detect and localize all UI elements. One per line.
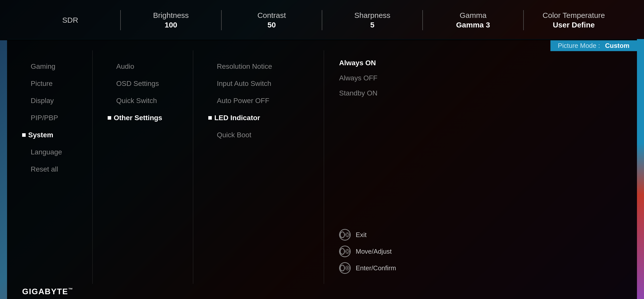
- input-auto-switch-label: Input Auto Switch: [217, 80, 271, 88]
- gamma-value: Gamma 3: [456, 21, 490, 29]
- resolution-notice-label: Resolution Notice: [217, 62, 272, 71]
- menu-item-system[interactable]: System: [22, 126, 92, 144]
- standby-on-label: Standby ON: [339, 89, 378, 97]
- option-standby-on[interactable]: Standby ON: [339, 86, 637, 101]
- col-led-indicator: Resolution Notice Input Auto Switch Auto…: [193, 50, 324, 284]
- svg-point-1: [346, 234, 348, 236]
- display-label: Display: [31, 97, 54, 105]
- menu-item-display[interactable]: Display: [22, 92, 92, 109]
- reset-all-label: Reset all: [31, 165, 58, 173]
- col-system-nav: Gaming Picture Display PIP/PBP System La…: [7, 50, 93, 284]
- move-adjust-label: Move/Adjust: [356, 248, 392, 255]
- menu-item-quick-switch[interactable]: Quick Switch: [108, 92, 193, 109]
- language-label: Language: [31, 148, 62, 156]
- nav-enter-confirm[interactable]: Enter/Confirm: [339, 262, 637, 274]
- brightness-label: Brightness: [153, 11, 189, 20]
- col-controls: Always ON Always OFF Standby ON: [324, 50, 637, 284]
- nav-controls: Exit Move/Adjust: [339, 229, 637, 279]
- brightness-item: Brightness 100: [121, 6, 221, 34]
- move-icon: [339, 246, 351, 257]
- brand-trademark: ™: [68, 287, 73, 292]
- always-off-label: Always OFF: [339, 74, 377, 82]
- led-indicator-label: LED Indicator: [214, 114, 260, 122]
- quick-switch-label: Quick Switch: [116, 97, 157, 105]
- sharpness-item: Sharpness 5: [322, 6, 422, 34]
- always-on-label: Always ON: [339, 59, 376, 67]
- brightness-value: 100: [165, 21, 177, 29]
- quick-boot-label: Quick Boot: [217, 131, 251, 139]
- nav-move-adjust[interactable]: Move/Adjust: [339, 246, 637, 257]
- svg-point-7: [346, 250, 348, 252]
- menu-item-gaming[interactable]: Gaming: [22, 58, 92, 75]
- menu-item-osd-settings[interactable]: OSD Settings: [108, 75, 193, 92]
- right-sidebar-decoration: [637, 39, 644, 299]
- menu-item-input-auto-switch[interactable]: Input Auto Switch: [208, 75, 324, 92]
- enter-confirm-label: Enter/Confirm: [356, 264, 396, 272]
- col-other-settings: Audio OSD Settings Quick Switch Other Se…: [93, 50, 193, 284]
- main-menu: Gaming Picture Display PIP/PBP System La…: [7, 50, 637, 284]
- sdr-item: SDR: [20, 11, 120, 29]
- system-bullet: [22, 133, 26, 137]
- sdr-label: SDR: [62, 16, 78, 24]
- picture-mode-bar: Picture Mode : Custom: [550, 40, 637, 51]
- other-settings-bullet: [108, 116, 111, 120]
- menu-item-pip-pbp[interactable]: PIP/PBP: [22, 109, 92, 126]
- other-settings-label: Other Settings: [114, 114, 162, 122]
- sharpness-value: 5: [370, 21, 375, 29]
- top-bar: SDR Brightness 100 Contrast 50 Sharpness…: [0, 0, 644, 40]
- picture-label: Picture: [31, 80, 53, 88]
- led-indicator-bullet: [208, 116, 212, 120]
- option-always-on[interactable]: Always ON: [339, 55, 637, 71]
- menu-item-resolution-notice[interactable]: Resolution Notice: [208, 58, 324, 75]
- menu-item-audio[interactable]: Audio: [108, 58, 193, 75]
- svg-point-14: [347, 268, 348, 269]
- menu-item-quick-boot[interactable]: Quick Boot: [208, 126, 324, 144]
- gamma-label: Gamma: [460, 11, 487, 20]
- menu-item-auto-power-off[interactable]: Auto Power OFF: [208, 92, 324, 109]
- gaming-label: Gaming: [31, 62, 55, 71]
- brand-bar: GIGABYTE™: [7, 284, 637, 299]
- color-temp-item: Color Temperature User Define: [524, 6, 624, 34]
- gamma-item: Gamma Gamma 3: [423, 6, 523, 34]
- menu-item-reset-all[interactable]: Reset all: [22, 161, 92, 178]
- contrast-value: 50: [267, 21, 276, 29]
- osd-settings-label: OSD Settings: [116, 80, 159, 88]
- menu-item-other-settings[interactable]: Other Settings: [108, 109, 193, 126]
- pip-pbp-label: PIP/PBP: [31, 114, 58, 122]
- picture-mode-label: Picture Mode :: [558, 42, 600, 50]
- nav-exit[interactable]: Exit: [339, 229, 637, 241]
- picture-mode-value: Custom: [605, 42, 629, 50]
- system-label: System: [28, 131, 53, 139]
- color-temp-value: User Define: [553, 21, 595, 29]
- brand-name: GIGABYTE™: [22, 287, 73, 296]
- menu-item-picture[interactable]: Picture: [22, 75, 92, 92]
- sharpness-label: Sharpness: [354, 11, 390, 20]
- brand-name-text: GIGABYTE: [22, 287, 68, 296]
- contrast-item: Contrast 50: [222, 6, 322, 34]
- exit-icon: [339, 229, 351, 241]
- exit-label: Exit: [356, 231, 367, 239]
- auto-power-off-label: Auto Power OFF: [217, 97, 269, 105]
- menu-item-led-indicator[interactable]: LED Indicator: [208, 109, 324, 126]
- color-temp-label: Color Temperature: [543, 11, 605, 20]
- contrast-label: Contrast: [257, 11, 286, 20]
- menu-item-language[interactable]: Language: [22, 144, 92, 161]
- enter-icon: [339, 262, 351, 274]
- option-always-off[interactable]: Always OFF: [339, 71, 637, 86]
- audio-label: Audio: [116, 62, 134, 71]
